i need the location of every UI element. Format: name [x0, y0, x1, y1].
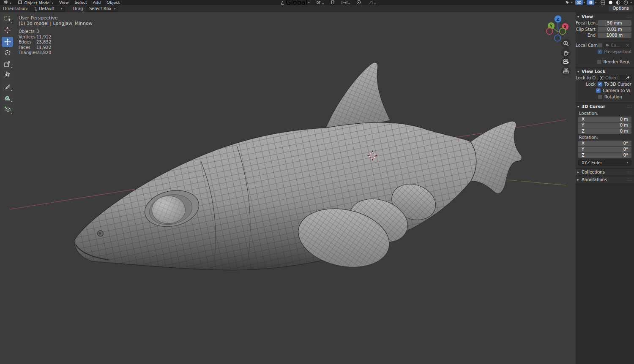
cursor-tool[interactable]	[2, 25, 13, 35]
drag-label: Drag:	[73, 6, 85, 11]
panel-grip-icon[interactable]: ········	[627, 178, 632, 182]
lock-rotation-checkbox[interactable]	[598, 95, 602, 99]
viewport-3d[interactable]: User Perspective (1) 3d model | Longjaw_…	[0, 12, 576, 364]
panel-3d-cursor-header[interactable]: ▾ 3D Cursor ········	[576, 103, 634, 110]
stat-vertices: Vertices11,912	[19, 35, 51, 40]
focal-length-field[interactable]: 50 mm	[598, 20, 631, 26]
menu-object[interactable]: Object	[104, 0, 123, 5]
cursor-rotation-fields: X0° Y0° Z0°	[578, 141, 631, 158]
panel-annotations-header[interactable]: ▸ Annotations ········	[576, 177, 634, 183]
snap-toggle[interactable]	[327, 0, 339, 5]
show-overlays-toggle[interactable]	[575, 0, 583, 5]
menu-add[interactable]: Add	[90, 0, 104, 5]
xray-toggle[interactable]	[587, 0, 594, 5]
eyedropper-icon[interactable]	[625, 76, 629, 80]
orientation-dropdown[interactable]: Default ▾	[30, 6, 66, 12]
proportional-editing-icon	[356, 0, 362, 5]
shading-dropdown[interactable]: ▾	[631, 1, 632, 4]
passepartout-checkbox[interactable]: ✓	[598, 49, 602, 54]
scale-tool[interactable]	[2, 59, 13, 69]
panel-collections-header[interactable]: ▸ Collections ········	[576, 169, 634, 175]
lock-to-3d-cursor-checkbox[interactable]: ✓	[598, 82, 602, 87]
local-camera-row: Local Cam... Ca... ×	[576, 42, 631, 48]
solid-shading-icon	[608, 0, 614, 5]
pivot-point-dropdown[interactable]: ▾	[313, 0, 327, 5]
lock-to-cursor-row: Lock ✓ To 3D Cursor	[576, 81, 631, 87]
camera-view-button[interactable]	[561, 57, 571, 66]
panel-grip-icon[interactable]: ········	[627, 171, 632, 174]
statistics-overlay: Objects3 Vertices11,912 Edges23,832 Face…	[19, 29, 51, 56]
snap-with-dropdown[interactable]: ▾	[339, 0, 353, 5]
panel-view-header[interactable]: ▾ View ········	[576, 14, 634, 20]
object-mode-dropdown[interactable]: Object Mode ▾	[14, 0, 56, 5]
cursor-location-z[interactable]: Z0 m	[578, 128, 631, 134]
shading-rendered-button[interactable]	[622, 0, 630, 5]
panel-view-title: View	[582, 14, 593, 19]
local-camera-checkbox[interactable]	[598, 43, 602, 48]
transform-orientation-label: Global	[286, 0, 307, 5]
cursor-rotation-z[interactable]: Z0°	[578, 152, 631, 158]
panel-view: ▾ View ········ Focal Len... 50 mm Clip …	[576, 14, 634, 67]
clip-end-field[interactable]: 1000 m	[598, 33, 631, 38]
shading-wireframe-button[interactable]	[599, 0, 607, 5]
clear-icon[interactable]: ×	[626, 43, 629, 48]
wireframe-shading-icon	[600, 0, 606, 5]
select-box-tool[interactable]	[2, 14, 13, 24]
rotate-tool[interactable]	[2, 48, 13, 58]
menu-select[interactable]: Select	[71, 0, 90, 5]
shading-material-button[interactable]	[615, 0, 622, 5]
transform-orientation-dropdown[interactable]: Global ▾	[277, 0, 313, 5]
cursor-rotation-x[interactable]: X0°	[578, 141, 631, 146]
annotate-tool[interactable]	[2, 81, 13, 92]
chevron-down-icon[interactable]: ▾	[595, 1, 597, 4]
snap-increment-icon	[342, 1, 347, 5]
proportional-editing-toggle[interactable]	[353, 0, 365, 5]
camera-to-view-label: Camera to Vi...	[603, 88, 631, 93]
move-tool[interactable]	[2, 37, 13, 47]
cursor-location-x[interactable]: X0 m	[578, 117, 631, 122]
stat-triangles: Triangles23,820	[19, 50, 51, 56]
ortho-perspective-button[interactable]	[561, 66, 571, 76]
focal-length-label: Focal Len...	[576, 21, 598, 25]
clip-start-field[interactable]: 0.01 m	[598, 27, 631, 32]
overlays-icon	[576, 0, 582, 5]
cursor-rotation-y[interactable]: Y0°	[578, 147, 631, 152]
local-camera-object-field[interactable]: Ca... ×	[604, 42, 631, 48]
panel-view-lock-header[interactable]: ▾ View Lock	[576, 68, 634, 75]
scene-canvas	[0, 12, 576, 364]
view-perspective-label: User Perspective	[19, 15, 93, 21]
rendered-shading-icon	[623, 0, 629, 5]
pan-hand-button[interactable]	[561, 48, 571, 57]
default-orientation-icon	[33, 7, 39, 11]
chevron-down-icon[interactable]: ▾	[584, 1, 585, 4]
measure-tool[interactable]	[2, 92, 13, 103]
panel-grip-icon[interactable]: ········	[627, 15, 632, 19]
proportional-falloff-dropdown[interactable]: ▾	[365, 0, 379, 5]
panel-view-lock-title: View Lock	[582, 69, 605, 74]
camera-to-view-checkbox[interactable]: ✓	[596, 88, 601, 93]
drag-dropdown[interactable]: Select Box ▾	[86, 6, 118, 12]
gizmo-negative-y-axis[interactable]	[560, 28, 566, 35]
render-region-checkbox[interactable]	[597, 60, 601, 64]
options-button[interactable]: Options	[609, 5, 633, 11]
editor-type-button[interactable]: ▾	[0, 0, 14, 5]
model-longjaw-minnow[interactable]	[74, 62, 522, 275]
panel-view-lock: ▾ View Lock Lock to O... Object Lock ✓ T…	[576, 68, 634, 102]
cursor-location-y[interactable]: Y0 m	[578, 122, 631, 128]
chevron-down-icon: ▾	[577, 15, 582, 19]
lock-rotation-label: Rotation	[604, 95, 622, 99]
lock-object-field[interactable]: Object	[598, 75, 631, 81]
panel-grip-icon[interactable]: ········	[627, 105, 632, 109]
rotation-order-dropdown[interactable]: XYZ Euler ▾	[578, 160, 631, 166]
menu-view[interactable]: View	[56, 0, 72, 5]
add-cube-tool[interactable]	[2, 104, 13, 114]
gizmo-negative-z-axis[interactable]	[555, 35, 561, 41]
magnet-icon	[330, 0, 336, 5]
shading-solid-button[interactable]	[607, 0, 615, 5]
gizmo-negative-x-axis[interactable]	[547, 28, 553, 35]
show-gizmo-dropdown[interactable]: ▾	[563, 0, 574, 5]
zoom-button[interactable]	[561, 39, 571, 48]
gizmo-icon	[564, 0, 570, 5]
viewport-text-overlay: User Perspective (1) 3d model | Longjaw_…	[19, 15, 93, 26]
transform-tool[interactable]	[2, 70, 13, 80]
